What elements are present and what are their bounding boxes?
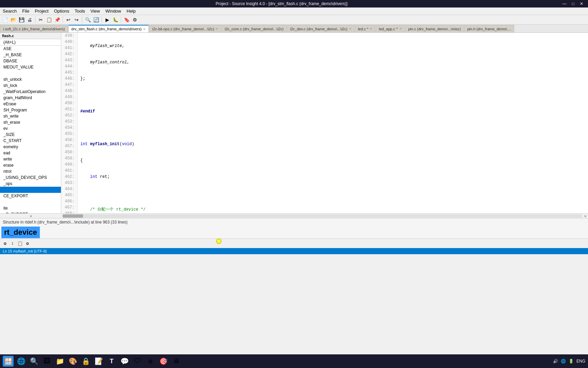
- tab-1-close[interactable]: ✕: [143, 27, 146, 31]
- tab-1[interactable]: drv_stm_flash.c (drv_frame_demo\drivers)…: [68, 25, 149, 32]
- hscroll-thumb[interactable]: [63, 214, 83, 218]
- taskbar: 🪟 🌐 🔍 🖼 📁 🎨 🔒 📝 T 💬 🛡 ⚙ 🎯 🖥 🔊 🌐 🔋 ENG: [0, 354, 588, 368]
- menu-file[interactable]: File: [19, 8, 32, 14]
- taskbar-folder[interactable]: 📁: [54, 356, 65, 367]
- copy-button[interactable]: 📋: [45, 16, 53, 24]
- status-bar: Ln 15 myflash_init [UTF-8]: [0, 248, 588, 254]
- code-content[interactable]: myflash_write, myflash_control, }; #endi…: [78, 33, 588, 213]
- sidebar-item-ev[interactable]: ev: [0, 125, 61, 132]
- sidebar-item-cstart[interactable]: C_START: [0, 138, 61, 144]
- bookmark-button[interactable]: 🔖: [123, 16, 130, 24]
- tab-6[interactable]: led_app.c * ✕: [376, 25, 405, 32]
- settings-button[interactable]: ⚙: [131, 16, 138, 24]
- sidebar-item-ntrol[interactable]: ntrol: [0, 168, 61, 174]
- tray-icon-3[interactable]: 🔋: [569, 359, 574, 364]
- taskbar-shield[interactable]: 🛡: [132, 356, 143, 367]
- sidebar-item-write[interactable]: write: [0, 156, 61, 162]
- taskbar-lock[interactable]: 🔒: [80, 356, 91, 367]
- tab-7[interactable]: pin.c (drv_frame_demo\...\misc): [405, 25, 464, 32]
- build-button[interactable]: ▶: [103, 16, 111, 24]
- sidebar-item-selected[interactable]: [0, 187, 61, 193]
- code-container[interactable]: 439: 440: 441: 442: 443: 444: 445: 446: …: [61, 33, 588, 213]
- debug-button[interactable]: 🐛: [112, 16, 119, 24]
- sidebar-item-geometry[interactable]: eometry: [0, 144, 61, 150]
- menu-project[interactable]: Project: [32, 8, 51, 14]
- sidebar-item-shwrite[interactable]: sh_write: [0, 113, 61, 119]
- sidebar-item-using[interactable]: _USING_DEVICE_OPS: [0, 174, 61, 181]
- print-button[interactable]: 🖨: [26, 16, 33, 24]
- bottom-btn-2[interactable]: ↕: [10, 241, 16, 247]
- sidebar-item-0[interactable]: (Alt+L): [0, 39, 61, 45]
- taskbar-monitor[interactable]: 🖥: [171, 356, 182, 367]
- ln-459: 459:: [64, 155, 75, 162]
- tray-icon-2[interactable]: 🌐: [561, 359, 566, 364]
- tab-2-close[interactable]: ✕: [215, 27, 218, 31]
- cut-button[interactable]: ✂: [37, 16, 45, 24]
- undo-button[interactable]: ↩: [65, 16, 72, 24]
- sidebar-item-size[interactable]: _SIZE: [0, 132, 61, 138]
- menu-view[interactable]: View: [88, 8, 103, 14]
- tab-0[interactable]: i.soft_i2c.c (drv_frame_demo\drivers): [0, 25, 68, 32]
- bottom-btn-1[interactable]: ⚙: [2, 241, 8, 247]
- taskbar-start[interactable]: 🪟: [3, 356, 14, 367]
- sidebar-item-dbase[interactable]: DBASE: [0, 58, 61, 64]
- tab-5-close[interactable]: ✕: [370, 27, 372, 31]
- taskbar-T[interactable]: T: [106, 356, 117, 367]
- hscroll[interactable]: ◀ ▶: [0, 213, 588, 218]
- open-button[interactable]: 📂: [10, 16, 17, 24]
- taskbar-paint[interactable]: 🎨: [67, 356, 78, 367]
- tray-icon-1[interactable]: 🔊: [553, 359, 558, 364]
- sidebar-item-unlock[interactable]: sh_unlock: [0, 76, 61, 82]
- minimize-button[interactable]: —: [560, 1, 569, 6]
- sidebar-item-eraseonly[interactable]: erase: [0, 162, 61, 168]
- menu-search[interactable]: Search: [0, 8, 19, 14]
- hscroll-right[interactable]: ▶: [583, 214, 588, 218]
- tab-4[interactable]: i2c_dev.c (drv_frame_demo\...\i2c) ✕: [287, 25, 355, 32]
- tab-4-close[interactable]: ✕: [349, 27, 352, 31]
- taskbar-browser[interactable]: 🌐: [16, 356, 27, 367]
- title-controls[interactable]: — □ ✕: [560, 1, 585, 6]
- menu-help[interactable]: Help: [124, 8, 138, 14]
- sidebar-item-sherase[interactable]: sh_erase: [0, 119, 61, 125]
- search-button[interactable]: 🔍: [84, 16, 92, 24]
- taskbar-chat[interactable]: 💬: [119, 356, 130, 367]
- taskbar-target[interactable]: 🎯: [158, 356, 169, 367]
- sidebar-item-ops[interactable]: _ops: [0, 181, 61, 187]
- taskbar-img[interactable]: 🖼: [42, 356, 52, 367]
- menu-options[interactable]: Options: [51, 8, 72, 14]
- save-button[interactable]: 💾: [18, 16, 25, 24]
- tab-2[interactable]: i2c-bit-ops.c (drv_frame_demo\...\i2c) ✕: [149, 25, 221, 32]
- ln-448: 448:: [64, 88, 75, 94]
- tab-8[interactable]: pin.h (drv_frame_demo\....: [464, 25, 514, 32]
- maximize-button[interactable]: □: [570, 1, 576, 6]
- sidebar-item-hbase[interactable]: _H_BASE: [0, 52, 61, 58]
- taskbar-search[interactable]: 🔍: [29, 356, 39, 367]
- redo-button[interactable]: ↪: [73, 16, 80, 24]
- taskbar-settings[interactable]: ⚙: [145, 356, 156, 367]
- sidebar-item-lock[interactable]: sh_lock: [0, 82, 61, 89]
- taskbar-notes[interactable]: 📝: [93, 356, 104, 367]
- menu-tools[interactable]: Tools: [72, 8, 87, 14]
- sidebar-item-o-export[interactable]: _O_EXPORT: [0, 211, 61, 213]
- close-button[interactable]: ✕: [578, 1, 585, 6]
- tab-5[interactable]: led.c * ✕: [355, 25, 376, 32]
- paste-button[interactable]: 📌: [53, 16, 61, 24]
- sidebar-item-halfword[interactable]: gram_HalfWord: [0, 95, 61, 101]
- sidebar-item-waitlast[interactable]: _WaitForLastOperation: [0, 89, 61, 95]
- sidebar-item-ase[interactable]: ASE: [0, 46, 61, 52]
- replace-button[interactable]: 🔄: [92, 16, 100, 24]
- tab-6-close[interactable]: ✕: [399, 27, 402, 31]
- bottom-btn-3[interactable]: 📋: [17, 241, 23, 247]
- ln-449: 449:: [64, 94, 75, 100]
- sidebar-item-ite[interactable]: ite: [0, 205, 61, 211]
- sidebar-item-erase[interactable]: eErase: [0, 101, 61, 107]
- sidebar-item-meout[interactable]: MEOUT_VALUE: [0, 64, 61, 70]
- bottom-btn-4[interactable]: ⚙: [24, 241, 31, 247]
- tab-3[interactable]: i2c_core.c (drv_frame_demo\...\i2c): [222, 25, 287, 32]
- sidebar-item-shprogram[interactable]: SH_Program: [0, 107, 61, 113]
- sidebar-item-read[interactable]: ead: [0, 150, 61, 156]
- sidebar-item-ce-export[interactable]: CE_EXPORT: [0, 193, 61, 199]
- hscroll-track[interactable]: [63, 214, 582, 218]
- menu-window[interactable]: Window: [103, 8, 124, 14]
- new-button[interactable]: 📄: [1, 16, 9, 24]
